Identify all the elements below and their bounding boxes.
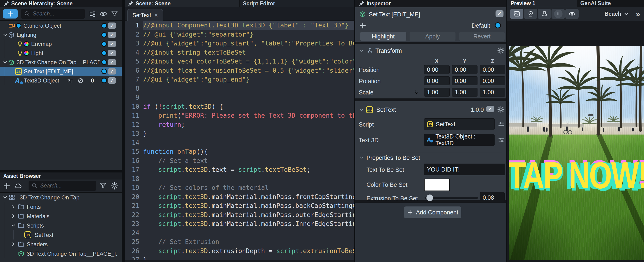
extrusion-slider-thumb[interactable]: [426, 194, 433, 201]
transform-gear-icon[interactable]: [497, 47, 505, 54]
transform-input-position-x[interactable]: 0.00: [424, 65, 450, 74]
color-to-be-set-swatch[interactable]: [424, 179, 450, 191]
search-icon: [24, 11, 30, 17]
script-connections-icon[interactable]: [498, 121, 505, 128]
device-dropdown[interactable]: Beach: [604, 11, 629, 17]
enabled-checkbox[interactable]: ✓: [108, 50, 116, 56]
revert-button[interactable]: Revert: [459, 32, 505, 41]
asset-row-shaders[interactable]: Shaders: [0, 239, 122, 249]
grid-icon: [8, 194, 16, 201]
code-editor[interactable]: 1//@input Component.Text3D text3D {"labe…: [125, 21, 354, 260]
chevron-down-icon[interactable]: [2, 32, 8, 38]
preview-orbit-button[interactable]: [538, 9, 551, 19]
chevron-right-icon[interactable]: [10, 204, 16, 209]
tree-view-icon[interactable]: [88, 10, 96, 18]
asset-row-3d-text-change-on-tap-place-i-[interactable]: 3D Text Change On Tap__PLACE_I...: [0, 249, 122, 258]
transform-input-scale-y[interactable]: 1.00: [452, 88, 478, 97]
tab-genai-suite[interactable]: GenAI Suite: [577, 0, 644, 7]
hierarchy-row-text3d-object[interactable]: AText3D Object0✓: [0, 76, 122, 85]
default-state-dot[interactable]: [495, 22, 501, 28]
settings-gear-icon[interactable]: [110, 182, 118, 190]
link-scale-icon[interactable]: [413, 89, 420, 95]
script-field[interactable]: JS SetText: [424, 118, 494, 130]
hierarchy-row-camera-object[interactable]: Camera Object✓: [0, 21, 122, 30]
enabled-checkbox[interactable]: ✓: [108, 41, 116, 47]
enabled-checkbox[interactable]: ✓: [108, 68, 116, 75]
apply-button[interactable]: Apply: [410, 32, 456, 41]
hierarchy-search-input[interactable]: Search...: [21, 9, 85, 19]
visibility-icon[interactable]: [99, 10, 107, 18]
visibility-dot[interactable]: [102, 78, 107, 83]
visibility-dot[interactable]: [102, 23, 107, 28]
visibility-dot[interactable]: [102, 50, 107, 56]
enabled-checkbox[interactable]: ✓: [108, 23, 116, 29]
preview-eye-button[interactable]: [565, 9, 579, 19]
transform-input-scale-z[interactable]: 1.00: [480, 88, 505, 97]
preview-panel: Preview 1 GenAI Suite Beach »: [507, 0, 644, 262]
preview-pause-button[interactable]: [552, 9, 565, 19]
hierarchy-row-lighting[interactable]: Lighting✓: [0, 30, 122, 39]
chevron-right-icon[interactable]: [10, 241, 16, 247]
asset-row-scripts[interactable]: Scripts: [0, 221, 122, 230]
add-asset-icon[interactable]: [3, 182, 11, 190]
highlight-button[interactable]: Highlight: [360, 32, 406, 41]
chevron-down-icon[interactable]: [359, 107, 364, 113]
filter-icon[interactable]: [110, 10, 118, 18]
add-component-button[interactable]: Add Component: [404, 206, 461, 218]
extrusion-value-input[interactable]: 0.08: [480, 192, 505, 203]
add-input-icon[interactable]: [359, 22, 366, 29]
hierarchy-row-envmap[interactable]: Envmap✓: [0, 39, 122, 49]
hierarchy-row-set-text-edit-me-[interactable]: JSSet Text [EDIT_ME]✓: [0, 67, 122, 76]
hierarchy-row-3d-text-change-on-tap-place[interactable]: 3D Text Change On Tap__PLACE✓: [0, 58, 122, 67]
horizontal-scrollbar[interactable]: [125, 260, 354, 262]
text-to-be-set-input[interactable]: YOU DID IT!: [424, 164, 505, 175]
visibility-dot[interactable]: [102, 32, 107, 38]
chevron-right-icon[interactable]: [10, 213, 16, 219]
chevron-down-icon[interactable]: [2, 60, 8, 65]
chevron-down-icon[interactable]: [2, 194, 8, 200]
prefab-enabled-checkbox[interactable]: ✓: [496, 10, 504, 17]
asset-row-settext[interactable]: JSSetText: [0, 230, 122, 239]
chevron-down-icon[interactable]: [10, 223, 16, 228]
asset-toolbar: Search...: [0, 179, 122, 193]
asset-row-fonts[interactable]: Fonts: [0, 202, 122, 211]
transform-input-rotation-z[interactable]: 0.00: [480, 76, 505, 85]
preview-media-button[interactable]: [510, 9, 524, 19]
asset-row-materials[interactable]: Materials: [0, 211, 122, 221]
cloud-icon[interactable]: [14, 182, 22, 190]
add-object-button[interactable]: [3, 9, 18, 19]
chevron-down-icon[interactable]: [359, 48, 364, 54]
transform-input-position-z[interactable]: 0.00: [480, 65, 505, 74]
expand-icon[interactable]: »: [636, 9, 640, 19]
visibility-dot[interactable]: [102, 41, 107, 47]
preview-webcam-button[interactable]: [524, 9, 537, 19]
visibility-dot[interactable]: [102, 60, 107, 65]
tab-scene[interactable]: Scene: Scene: [125, 0, 242, 7]
filter-icon[interactable]: [99, 182, 107, 190]
hierarchy-row-light[interactable]: Light✓: [0, 49, 122, 58]
code-line-22: 22 script.text3D.mainMaterial.mainPass.o…: [125, 210, 354, 219]
file-tab-strip: SetText ×: [125, 7, 354, 21]
transform-input-rotation-x[interactable]: 0.00: [424, 76, 450, 85]
tab-script-editor[interactable]: Script Editor: [239, 0, 354, 7]
enabled-checkbox[interactable]: ✓: [108, 77, 116, 84]
inspector-title: Inspector: [366, 1, 391, 7]
transform-input-scale-x[interactable]: 1.00: [424, 88, 450, 97]
chevron-down-icon[interactable]: [359, 155, 364, 160]
text3d-connections-icon[interactable]: [498, 136, 505, 143]
asset-row-3d-text-change-on-tap[interactable]: 3D Text Change On Tap: [0, 193, 122, 202]
component-enabled-checkbox[interactable]: ✓: [486, 106, 494, 112]
enabled-checkbox[interactable]: ✓: [108, 32, 116, 38]
prefab-icon: [359, 11, 366, 18]
component-gear-icon[interactable]: [497, 106, 505, 113]
file-tab-settext[interactable]: SetText ×: [127, 9, 163, 21]
enabled-checkbox[interactable]: ✓: [108, 59, 116, 65]
text3d-field[interactable]: A Text3D Object : Text3D: [424, 134, 494, 146]
transform-input-position-y[interactable]: 0.00: [452, 65, 478, 74]
asset-search-input[interactable]: Search...: [28, 181, 96, 191]
tab-preview-1[interactable]: Preview 1: [507, 0, 577, 7]
close-tab-icon[interactable]: ×: [154, 12, 158, 19]
visibility-dot[interactable]: [102, 69, 107, 74]
transform-input-rotation-y[interactable]: 0.00: [452, 76, 478, 85]
camera-feed[interactable]: TAP NOW! TAP NOW! TAP NOW! TAP NOW!: [509, 46, 644, 260]
